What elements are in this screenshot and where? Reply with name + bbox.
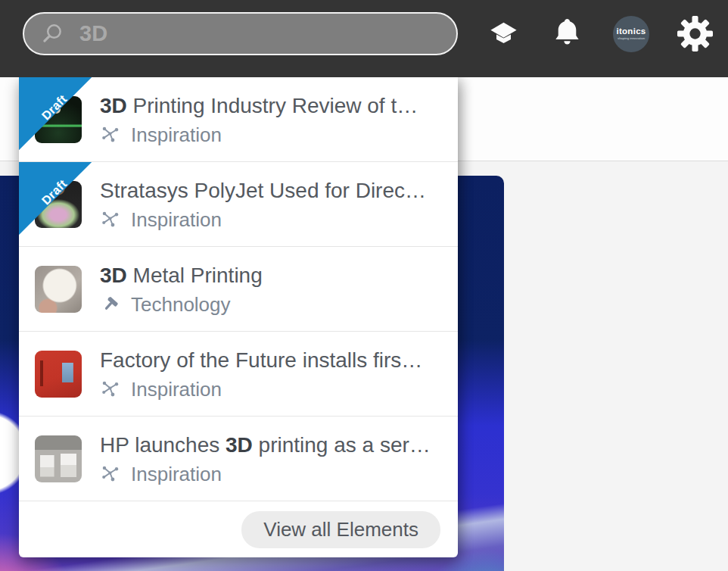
- avatar-circle: itonics shaping innovation: [613, 16, 649, 52]
- search-result-item[interactable]: 3D Metal Printing Technology: [19, 247, 458, 332]
- result-title: Stratasys PolyJet Used for Direc…: [100, 177, 444, 204]
- result-thumbnail: [35, 435, 82, 482]
- user-avatar[interactable]: itonics shaping innovation: [613, 16, 649, 52]
- avatar-label: itonics: [616, 27, 646, 36]
- search-result-item[interactable]: Draft Stratasys PolyJet Used for Direc…: [19, 162, 458, 247]
- result-type: Inspiration: [100, 377, 444, 401]
- search-result-item[interactable]: HP launches 3D printing as a ser…: [19, 417, 458, 501]
- technology-icon: [100, 294, 120, 314]
- result-title: HP launches 3D printing as a ser…: [100, 432, 444, 459]
- inspiration-icon: [100, 209, 120, 229]
- bell-icon: [553, 17, 581, 48]
- view-all-elements-button[interactable]: View all Elements: [241, 511, 440, 548]
- result-type-label: Technology: [131, 292, 231, 317]
- result-type: Technology: [100, 292, 444, 317]
- avatar-tagline: shaping innovation: [618, 37, 645, 40]
- search-icon: [41, 22, 64, 45]
- search-result-item[interactable]: Factory of the Future installs firs…: [19, 332, 458, 417]
- graduation-cap-icon: [487, 20, 520, 49]
- top-bar: itonics shaping innovation: [0, 0, 728, 77]
- result-title: 3D Metal Printing: [100, 262, 444, 289]
- academy-button[interactable]: [487, 20, 520, 49]
- result-thumbnail: [35, 266, 82, 313]
- result-thumbnail: [35, 181, 82, 228]
- result-title: Factory of the Future installs firs…: [100, 347, 444, 374]
- inspiration-icon: [100, 124, 120, 145]
- result-type: Inspiration: [100, 123, 444, 147]
- inspiration-icon: [100, 463, 120, 484]
- search-results-list: Draft 3D Printing Industry Review of t…: [19, 77, 458, 501]
- result-thumbnail: [35, 96, 82, 143]
- settings-button[interactable]: [677, 16, 713, 51]
- dropdown-footer: View all Elements: [19, 501, 458, 557]
- search-result-item[interactable]: Draft 3D Printing Industry Review of t…: [19, 77, 458, 162]
- result-type-label: Inspiration: [131, 462, 222, 486]
- search-results-dropdown: Draft 3D Printing Industry Review of t…: [19, 77, 458, 557]
- result-type: Inspiration: [100, 462, 444, 486]
- search-input[interactable]: [78, 20, 449, 47]
- result-type-label: Inspiration: [131, 377, 222, 401]
- result-type: Inspiration: [100, 207, 444, 232]
- result-title: 3D Printing Industry Review of t…: [100, 92, 444, 120]
- gear-icon: [677, 16, 713, 51]
- notifications-button[interactable]: [553, 17, 581, 48]
- result-type-label: Inspiration: [131, 123, 222, 147]
- result-thumbnail: [35, 351, 82, 398]
- result-type-label: Inspiration: [131, 207, 222, 232]
- search-bar[interactable]: [23, 12, 458, 55]
- inspiration-icon: [100, 379, 120, 399]
